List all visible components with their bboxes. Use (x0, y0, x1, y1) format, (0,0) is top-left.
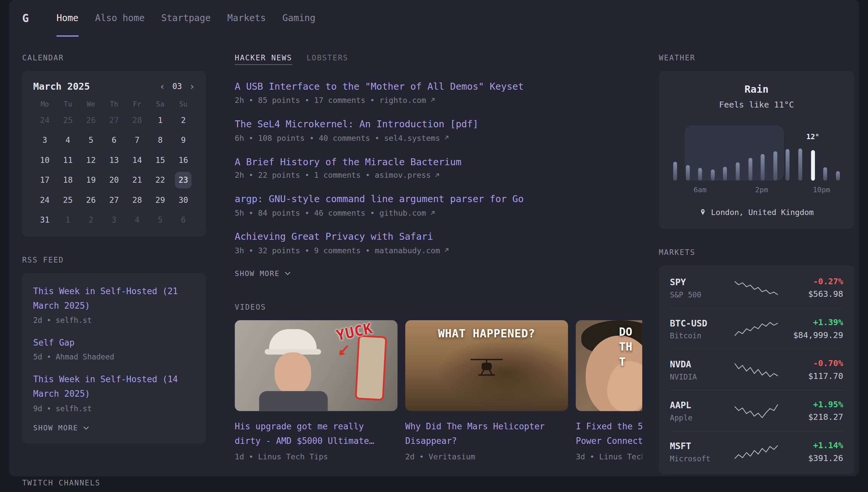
calendar-day[interactable]: 1 (149, 110, 172, 130)
calendar-day[interactable]: 15 (149, 150, 172, 170)
news-title-link[interactable]: A USB Interface to the "Mother of All De… (235, 80, 642, 94)
calendar-day[interactable]: 12 (79, 150, 103, 170)
markets-section-label: MARKETS (659, 248, 854, 256)
calendar-day[interactable]: 2 (172, 110, 195, 130)
calendar-day[interactable]: 31 (33, 210, 56, 230)
market-row[interactable]: BTC-USD Bitcoin +1.39% $84,999.29 (670, 308, 843, 349)
calendar-day[interactable]: 27 (103, 110, 126, 130)
news-meta: 6h • 108 points • 40 comments • sel4.sys… (235, 133, 642, 142)
external-link-icon[interactable] (434, 172, 440, 178)
calendar-day[interactable]: 16 (172, 150, 195, 170)
video-thumbnail[interactable]: WHAT HAPPENED? (405, 320, 568, 411)
calendar-day[interactable]: 22 (149, 170, 172, 190)
market-price: $218.27 (779, 412, 843, 422)
calendar-day[interactable]: 24 (33, 190, 56, 210)
calendar-day[interactable]: 25 (56, 110, 79, 130)
video-thumbnail[interactable]: DO TH T (576, 320, 642, 411)
news-title-link[interactable]: Achieving Great Privacy with Safari (235, 230, 642, 244)
calendar-day[interactable]: 5 (149, 210, 172, 230)
calendar-day[interactable]: 5 (79, 130, 103, 150)
calendar-day[interactable]: 6 (172, 210, 195, 230)
calendar-day[interactable]: 29 (149, 190, 172, 210)
nav-tab[interactable]: Markets (227, 0, 266, 36)
calendar-day[interactable]: 21 (126, 170, 149, 190)
video-meta: 3d • Linus Tech Tips (576, 452, 642, 461)
calendar-day[interactable]: 28 (126, 190, 149, 210)
video-title[interactable]: I Fixed the 5090 Power Connector… (576, 420, 642, 448)
calendar-day[interactable]: 9 (172, 130, 195, 150)
news-meta-text: 3h • 32 points • 9 comments • matanabudy… (235, 246, 440, 255)
market-row[interactable]: AAPL Apple +1.95% $218.27 (670, 390, 843, 431)
calendar-prev-icon[interactable]: ‹ (159, 82, 165, 91)
news-source-tab[interactable]: LOBSTERS (307, 53, 348, 65)
calendar-month-title: March 2025 (33, 81, 90, 92)
news-show-more-button[interactable]: SHOW MORE (235, 269, 291, 277)
calendar-day[interactable]: 4 (126, 210, 149, 230)
calendar-day[interactable]: 6 (103, 130, 126, 150)
dashboard-page: G Home Also home Startpage Markets Gamin… (9, 0, 859, 476)
nav-tab[interactable]: Home (56, 0, 78, 36)
calendar-day[interactable]: 7 (126, 130, 149, 150)
video-title[interactable]: Why Did The Mars Helicopter Disappear? (405, 420, 568, 448)
video-title-line: Power Connector… (576, 434, 642, 448)
calendar-day[interactable]: 3 (103, 210, 126, 230)
rss-item-title[interactable]: Self Gap (33, 336, 195, 350)
weather-hour-bar (673, 125, 677, 181)
external-link-icon[interactable] (443, 134, 449, 141)
chevron-down-icon (83, 426, 89, 430)
calendar-day[interactable]: 8 (149, 130, 172, 150)
video-meta: 2d • Veritasium (405, 452, 568, 461)
rss-item-title[interactable]: This Week in Self-Hosted (14 March 2025) (33, 372, 195, 402)
calendar-day[interactable]: 10 (33, 150, 56, 170)
calendar-next-icon[interactable]: › (189, 82, 195, 91)
rss-item-title[interactable]: This Week in Self-Hosted (21 March 2025) (33, 284, 195, 314)
market-row[interactable]: MSFT Microsoft +1.14% $391.26 (670, 431, 843, 472)
news-title-link[interactable]: A Brief History of the Miracle Bacterium (235, 155, 642, 169)
market-row[interactable]: SPY S&P 500 -0.27% $563.98 (670, 267, 843, 308)
calendar-day[interactable]: 1 (56, 210, 79, 230)
calendar-day[interactable]: 27 (103, 190, 126, 210)
videos-widget: VIDEOS YUCK (235, 302, 642, 461)
news-title-link[interactable]: argp: GNU-style command line argument pa… (235, 193, 642, 206)
calendar-day[interactable]: 25 (56, 190, 79, 210)
nav-tab[interactable]: Also home (95, 0, 144, 36)
rss-show-more-button[interactable]: SHOW MORE (33, 424, 89, 432)
calendar-day[interactable]: 3 (33, 130, 56, 150)
calendar-day[interactable]: 11 (56, 150, 79, 170)
rss-widget: RSS FEED This Week in Self-Hosted (21 Ma… (22, 255, 206, 444)
weather-hour-bar (748, 125, 752, 181)
calendar-day[interactable]: 19 (79, 170, 103, 190)
market-price: $563.98 (779, 289, 843, 299)
market-change-percent: +1.95% (779, 399, 843, 409)
calendar-day[interactable]: 17 (33, 170, 56, 190)
external-link-icon[interactable] (443, 247, 449, 253)
weekday-label: Mo (33, 100, 56, 108)
calendar-day[interactable]: 13 (103, 150, 126, 170)
market-row[interactable]: NVDA NVIDIA -0.70% $117.70 (670, 349, 843, 390)
calendar-day[interactable]: 23 (172, 170, 195, 190)
calendar-day[interactable]: 18 (56, 170, 79, 190)
temperature-label: 12° (806, 132, 819, 141)
nav-tab[interactable]: Gaming (283, 0, 315, 36)
calendar-day[interactable]: 30 (172, 190, 195, 210)
video-title[interactable]: His upgrade got me really dirty - AMD $5… (235, 420, 397, 448)
external-link-icon[interactable] (429, 210, 435, 216)
calendar-weekday-row: MoTuWeThFrSaSu (33, 100, 195, 108)
calendar-day[interactable]: 14 (126, 150, 149, 170)
calendar-day[interactable]: 4 (56, 130, 79, 150)
rss-item: Self Gap 5d • Ahmad Shadeed (33, 336, 195, 362)
news-source-tab[interactable]: HACKER NEWS (235, 53, 292, 65)
calendar-day[interactable]: 26 (79, 110, 103, 130)
rss-item-meta: 2d • selfh.st (33, 316, 195, 324)
calendar-day[interactable]: 20 (103, 170, 126, 190)
video-title-line: His upgrade got me really (235, 420, 397, 434)
calendar-day[interactable]: 26 (79, 190, 103, 210)
calendar-day[interactable]: 2 (79, 210, 103, 230)
app-logo[interactable]: G (22, 0, 29, 36)
external-link-icon[interactable] (429, 97, 435, 103)
video-thumbnail[interactable]: YUCK (235, 320, 397, 411)
nav-tab[interactable]: Startpage (161, 0, 211, 36)
news-title-link[interactable]: The SeL4 Microkernel: An Introduction [p… (235, 118, 642, 131)
calendar-day[interactable]: 24 (33, 110, 56, 130)
calendar-day[interactable]: 28 (126, 110, 149, 130)
